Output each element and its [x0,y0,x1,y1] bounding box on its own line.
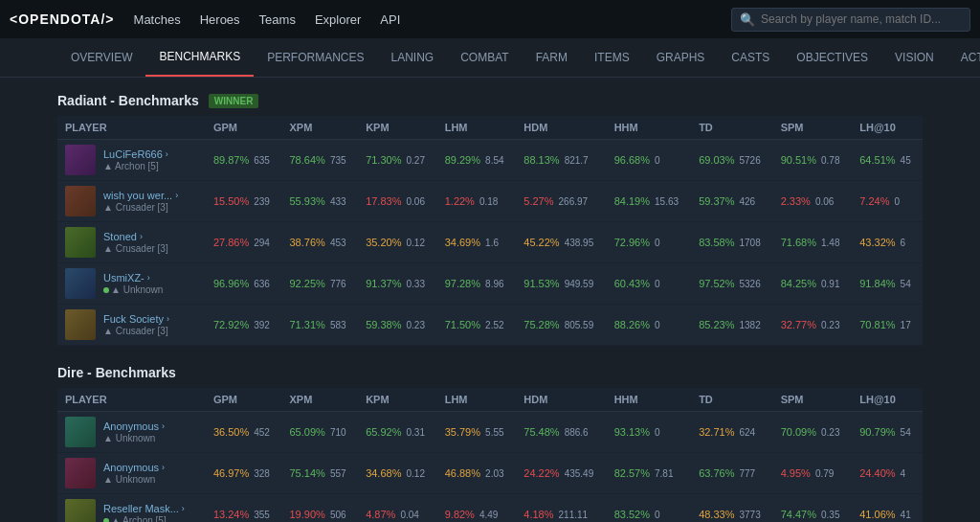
player-info: UsmiXZ- › ▲ Unknown [103,272,163,295]
player-rank: ▲ Unknown [103,433,165,443]
stat-pct: 59.38% [366,319,401,330]
stat-xpm: 78.64% 735 [282,140,359,181]
player-cell-inner: Fuck Society › ▲ Crusader [3] [65,309,198,340]
col-xpm: XPM [282,388,359,412]
logo[interactable]: <OPENDOTA/> [10,11,115,27]
stat-pct: 65.92% [366,426,401,438]
search-bar[interactable]: 🔍 [731,8,970,32]
tab-objectives[interactable]: OBJECTIVES [783,39,881,76]
stat-val: 821.7 [565,155,589,166]
col-kpm: KPM [358,116,437,140]
stat-lhm: 97.28% 8.96 [437,263,517,305]
stat-lh10: 64.51% 45 [852,140,923,181]
chevron-right-icon: › [166,149,168,159]
stat-hdm: 45.22% 438.95 [516,222,606,263]
stat-pct: 4.95% [781,467,811,479]
player-cell-inner: Anonymous › ▲ Unknown [65,417,198,447]
stat-pct: 74.47% [781,509,816,520]
stat-val: 211.11 [559,510,589,520]
player-name[interactable]: Stoned › [103,231,168,242]
stat-val: 453 [330,238,346,248]
dire-header-row: PLAYER GPM XPM KPM LHM HDM HHM TD SPM LH… [57,388,923,412]
player-name[interactable]: Anonymous › [103,462,165,473]
stat-val: 4.49 [479,510,498,520]
tab-casts[interactable]: CASTS [718,39,783,76]
nav-teams[interactable]: Teams [259,12,296,27]
stat-pct: 84.19% [614,195,650,207]
stat-pct: 97.52% [699,278,734,289]
stat-val: 0 [655,510,660,520]
stat-val: 435.49 [565,468,594,479]
player-name[interactable]: LuCiFeR666 › [103,148,168,160]
stat-pct: 90.79% [859,426,895,438]
stat-pct: 71.30% [366,154,401,166]
tab-graphs[interactable]: GRAPHS [643,39,719,76]
nav-matches[interactable]: Matches [134,12,181,27]
col-spm: SPM [773,388,853,412]
player-cell-inner: Stoned › ▲ Crusader [3] [65,227,198,258]
stat-pct: 88.26% [614,319,650,330]
stat-gpm: 13.24% 355 [206,494,282,523]
avatar [65,417,96,447]
col-gpm: GPM [206,388,282,412]
stat-xpm: 71.31% 583 [282,305,359,346]
player-name[interactable]: Reseller Mask... › [103,503,185,514]
stat-val: 636 [254,279,270,289]
nav-api[interactable]: API [380,12,400,27]
stat-pct: 91.84% [859,278,895,289]
stat-pct: 34.68% [366,467,401,479]
stat-kpm: 35.20% 0.12 [358,222,437,263]
tab-actions[interactable]: ACTIONS [947,39,980,76]
player-cell: Stoned › ▲ Crusader [3] [57,222,206,263]
player-name[interactable]: UsmiXZ- › [103,272,163,284]
tab-combat[interactable]: COMBAT [447,39,522,76]
player-cell-inner: Reseller Mask... › ▲ Archon [5] [65,499,198,522]
tab-benchmarks[interactable]: BENCHMARKS [145,38,254,77]
tab-farm[interactable]: FARM [523,39,581,76]
player-name[interactable]: Anonymous › [103,420,165,432]
stat-pct: 4.18% [523,509,553,520]
stat-hdm: 24.22% 435.49 [516,453,606,494]
chevron-right-icon: › [167,314,169,324]
stat-pct: 96.96% [213,278,249,289]
stat-pct: 59.37% [699,195,734,207]
stat-lhm: 34.69% 1.6 [437,222,517,263]
stat-val: 0.31 [407,427,425,438]
stat-val: 392 [254,320,270,330]
tab-performances[interactable]: PERFORMANCES [254,39,377,76]
nav-heroes[interactable]: Heroes [200,12,240,27]
player-cell: wish you wer... › ▲ Crusader [3] [57,181,206,222]
col-td: TD [691,116,773,140]
stat-hhm: 93.13% 0 [607,412,691,453]
tab-items[interactable]: ITEMS [581,39,643,76]
stat-pct: 75.14% [290,467,325,479]
chevron-right-icon: › [147,273,150,283]
nav-explorer[interactable]: Explorer [315,12,361,27]
stat-hhm: 83.52% 0 [607,494,691,523]
tab-overview[interactable]: OVERVIEW [57,39,145,76]
stat-pct: 64.51% [859,154,895,166]
player-info: wish you wer... › ▲ Crusader [3] [103,190,178,213]
player-name[interactable]: Fuck Society › [103,313,169,325]
player-cell-inner: LuCiFeR666 › ▲ Archon [5] [65,145,198,175]
player-cell: Fuck Society › ▲ Crusader [3] [57,305,206,346]
stat-lhm: 89.29% 8.54 [437,140,517,181]
table-row: Anonymous › ▲ Unknown 36.50% 452 65.09% … [57,412,923,453]
radiant-title-text: Radiant - Benchmarks [57,93,199,108]
stat-pct: 70.81% [859,319,895,330]
tab-vision[interactable]: VISION [881,39,947,76]
content: Radiant - Benchmarks WINNER PLAYER GPM X… [0,78,980,522]
stat-pct: 83.58% [699,237,734,248]
avatar [65,309,96,340]
tab-laning[interactable]: LANING [378,39,448,76]
online-indicator [103,287,109,293]
stat-kpm: 59.38% 0.23 [358,305,437,346]
stat-lhm: 9.82% 4.49 [437,494,517,523]
stat-pct: 88.13% [523,154,559,166]
stat-val: 8.54 [485,155,503,166]
col-spm: SPM [773,116,853,140]
search-input[interactable] [761,12,962,26]
player-name[interactable]: wish you wer... › [103,190,178,201]
stat-kpm: 65.92% 0.31 [358,412,437,453]
stat-kpm: 17.83% 0.06 [358,181,437,222]
